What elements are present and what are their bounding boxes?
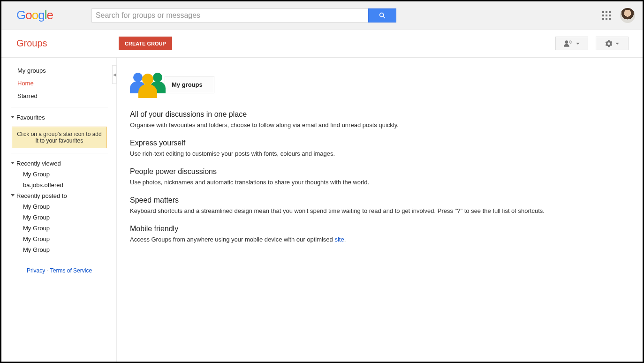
chevron-down-icon [576, 43, 580, 45]
app-title: Groups [16, 38, 119, 49]
mobile-site-link[interactable]: site [334, 236, 344, 243]
create-group-button[interactable]: CREATE GROUP [119, 37, 172, 50]
list-item[interactable]: My Group [11, 201, 108, 212]
favourites-tip: Click on a group's star icon to add it t… [12, 127, 107, 148]
groups-icon [130, 72, 167, 97]
gear-icon [605, 40, 613, 47]
list-item[interactable]: My Group [11, 169, 108, 180]
members-dropdown[interactable] [555, 37, 588, 50]
search-wrap [91, 8, 396, 23]
feature-desc: Keyboard shortcuts and a streamlined des… [130, 207, 576, 214]
feature-title: All of your discussions in one place [130, 110, 576, 119]
chevron-down-icon [615, 43, 619, 45]
privacy-link[interactable]: Privacy [27, 267, 45, 274]
apps-icon[interactable] [602, 11, 611, 20]
svg-line-1 [383, 16, 385, 18]
feature-title: Express yourself [130, 139, 576, 147]
list-item[interactable]: My Group [11, 223, 108, 234]
search-input[interactable] [91, 8, 368, 23]
hero-title: My groups [165, 76, 214, 93]
feature-desc: Use photos, nicknames and automatic tran… [130, 179, 576, 186]
list-item[interactable]: ba.jobs.offered [11, 180, 108, 190]
sidebar-item-home[interactable]: Home [11, 77, 108, 90]
feature-title: Mobile friendly [130, 225, 576, 233]
favourites-section[interactable]: Favourites [11, 112, 108, 123]
person-gear-icon [564, 40, 573, 47]
footer-links: Privacy - Terms of Service [11, 267, 108, 274]
recently-viewed-section[interactable]: Recently viewed [11, 158, 108, 169]
collapse-sidebar-handle[interactable]: ◀ [112, 65, 117, 84]
list-item[interactable]: My Group [11, 234, 108, 244]
feature-desc-text: Access Groups from anywhere using your m… [130, 236, 334, 243]
search-icon [379, 12, 386, 19]
feature-title: People power discussions [130, 167, 576, 176]
feature-desc: Organise with favourites and folders, ch… [130, 121, 576, 129]
feature-desc-text: . [344, 236, 346, 243]
feature-desc: Use rich-text editing to customise your … [130, 150, 576, 157]
feature-desc: Access Groups from anywhere using your m… [130, 236, 576, 243]
sidebar-item-starred[interactable]: Starred [11, 90, 108, 102]
search-button[interactable] [368, 8, 396, 23]
google-logo[interactable]: Google [16, 8, 53, 23]
tos-link[interactable]: Terms of Service [50, 267, 92, 274]
feature-title: Speed matters [130, 196, 576, 204]
sidebar-item-mygroups[interactable]: My groups [11, 64, 108, 77]
list-item[interactable]: My Group [11, 212, 108, 223]
avatar[interactable] [620, 8, 635, 23]
svg-point-2 [565, 40, 568, 44]
settings-dropdown[interactable] [596, 37, 629, 50]
recently-posted-section[interactable]: Recently posted to [11, 190, 108, 201]
svg-point-0 [380, 13, 384, 16]
list-item[interactable]: My Group [11, 244, 108, 255]
